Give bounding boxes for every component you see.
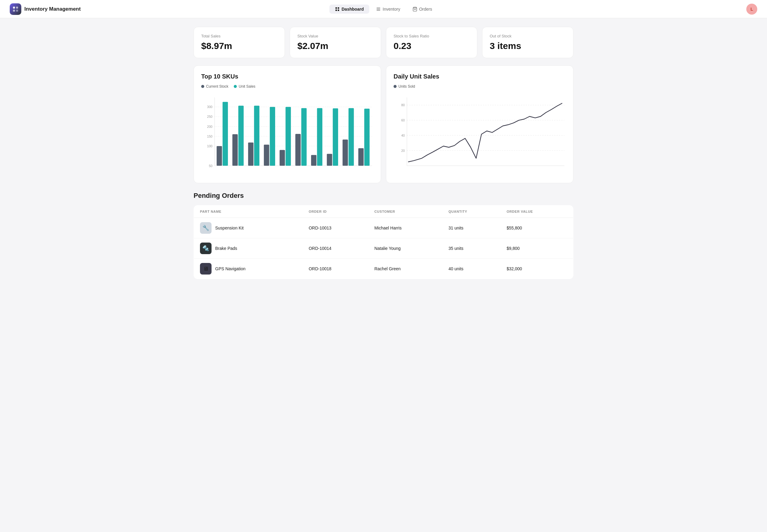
cell-customer: Natalie Young [368, 238, 443, 259]
svg-rect-4 [335, 7, 337, 9]
navbar: Inventory Management Dashboard Inventory [0, 0, 767, 18]
cell-part-name: 🔧 Suspension Kit [194, 218, 303, 238]
bar-chart-svg: 50 100 150 200 250 300 [201, 93, 373, 176]
cell-order-id: ORD-10018 [303, 259, 368, 279]
legend-dot-sales [234, 85, 237, 88]
svg-rect-6 [335, 9, 337, 11]
svg-rect-36 [301, 108, 307, 166]
cell-customer: Rachel Green [368, 259, 443, 279]
bar-chart-container: 50 100 150 200 250 300 [201, 93, 373, 176]
svg-text:250: 250 [207, 115, 212, 118]
col-header-order-value: Order Value [501, 205, 573, 218]
top10-skus-chart: Top 10 SKUs Current Stock Unit Sales [194, 65, 381, 183]
cell-quantity: 35 units [443, 238, 501, 259]
stat-value-total-sales: $8.97m [201, 41, 277, 51]
svg-rect-8 [376, 8, 380, 8]
legend-current-stock: Current Stock [201, 84, 228, 89]
top10-chart-title: Top 10 SKUs [201, 73, 373, 80]
svg-text:20: 20 [401, 149, 405, 152]
legend-dot-units [394, 85, 397, 88]
orders-table: Part Name Order ID Customer Quantity Ord… [194, 205, 573, 279]
part-name-text: Suspension Kit [215, 226, 243, 230]
table-row: 🔩 Brake Pads ORD-10014 Natalie Young 35 … [194, 238, 573, 259]
part-thumbnail: 🖥 [200, 263, 212, 275]
svg-text:150: 150 [207, 135, 212, 138]
stat-card-stock-to-sales: Stock to Sales Ratio 0.23 [386, 27, 477, 58]
cell-order-id: ORD-10014 [303, 238, 368, 259]
col-header-order-id: Order ID [303, 205, 368, 218]
cell-order-value: $9,800 [501, 238, 573, 259]
pending-orders-title: Pending Orders [194, 192, 573, 200]
charts-row: Top 10 SKUs Current Stock Unit Sales [194, 65, 573, 183]
stat-card-stock-value: Stock Value $2.07m [290, 27, 381, 58]
line-chart-svg: 80 60 40 20 [394, 93, 566, 176]
daily-chart-title: Daily Unit Sales [394, 73, 566, 80]
svg-rect-37 [311, 155, 317, 166]
top10-legend: Current Stock Unit Sales [201, 84, 373, 89]
stat-label-out-of-stock: Out of Stock [490, 34, 566, 38]
svg-rect-35 [295, 134, 301, 166]
svg-rect-29 [248, 142, 254, 166]
tab-orders[interactable]: Orders [407, 5, 438, 14]
svg-rect-41 [343, 140, 348, 166]
svg-rect-0 [13, 6, 15, 8]
svg-rect-9 [376, 9, 380, 9]
svg-rect-31 [264, 145, 269, 166]
svg-rect-39 [327, 154, 332, 166]
svg-text:40: 40 [401, 134, 405, 137]
svg-rect-25 [217, 146, 222, 166]
svg-text:100: 100 [207, 144, 212, 148]
svg-rect-3 [16, 9, 18, 11]
svg-rect-44 [364, 109, 370, 166]
list-icon [376, 7, 381, 12]
legend-unit-sales: Unit Sales [234, 84, 255, 89]
svg-rect-32 [270, 107, 275, 166]
stat-card-out-of-stock: Out of Stock 3 items [482, 27, 573, 58]
stat-label-total-sales: Total Sales [201, 34, 277, 38]
part-thumbnail: 🔩 [200, 243, 212, 254]
svg-rect-2 [13, 9, 15, 11]
svg-rect-7 [338, 9, 339, 11]
cart-icon [412, 7, 417, 12]
svg-rect-26 [222, 102, 228, 166]
nav-logo: Inventory Management [10, 3, 81, 15]
svg-rect-34 [285, 107, 291, 166]
cell-order-id: ORD-10013 [303, 218, 368, 238]
svg-rect-28 [238, 106, 244, 166]
daily-unit-sales-chart: Daily Unit Sales Units Sold [386, 65, 573, 183]
svg-text:300: 300 [207, 105, 212, 109]
legend-units-sold: Units Sold [394, 84, 415, 89]
stat-cards-grid: Total Sales $8.97m Stock Value $2.07m St… [194, 27, 573, 58]
cell-order-value: $55,800 [501, 218, 573, 238]
tab-inventory[interactable]: Inventory [370, 5, 406, 14]
stat-value-stock-to-sales: 0.23 [394, 41, 470, 51]
cell-part-name: 🔩 Brake Pads [194, 238, 303, 259]
main-content: Total Sales $8.97m Stock Value $2.07m St… [183, 18, 584, 288]
svg-rect-10 [376, 10, 380, 10]
tab-dashboard[interactable]: Dashboard [329, 5, 369, 14]
svg-rect-40 [333, 108, 338, 166]
col-header-customer: Customer [368, 205, 443, 218]
table-row: 🔧 Suspension Kit ORD-10013 Michael Harri… [194, 218, 573, 238]
app-logo-icon [10, 3, 21, 15]
stat-value-out-of-stock: 3 items [490, 41, 566, 51]
svg-rect-30 [254, 106, 260, 166]
svg-rect-43 [358, 148, 364, 166]
svg-rect-38 [317, 108, 323, 166]
part-name-text: Brake Pads [215, 246, 237, 251]
stat-label-stock-to-sales: Stock to Sales Ratio [394, 34, 470, 38]
orders-table-body: 🔧 Suspension Kit ORD-10013 Michael Harri… [194, 218, 573, 279]
user-avatar[interactable]: L [746, 4, 757, 15]
svg-rect-27 [232, 134, 238, 166]
cell-part-name: 🖥 GPS Navigation [194, 259, 303, 279]
svg-text:200: 200 [207, 125, 212, 128]
line-chart-container: 80 60 40 20 [394, 93, 566, 176]
col-header-part-name: Part Name [194, 205, 303, 218]
cell-quantity: 31 units [443, 218, 501, 238]
part-name-text: GPS Navigation [215, 266, 246, 271]
legend-dot-stock [201, 85, 204, 88]
svg-rect-42 [348, 108, 354, 166]
cell-customer: Michael Harris [368, 218, 443, 238]
cell-order-value: $32,000 [501, 259, 573, 279]
grid-icon [335, 7, 340, 12]
